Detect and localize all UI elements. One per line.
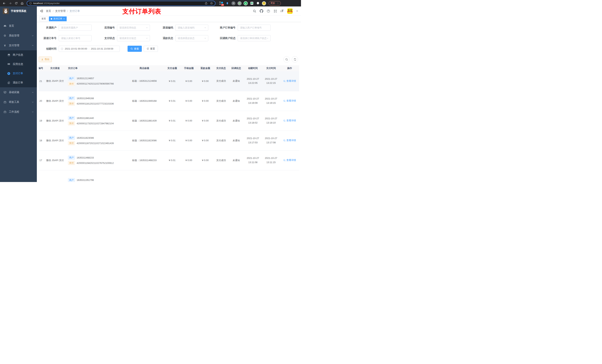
home-icon[interactable] — [20, 1, 24, 6]
info-icon[interactable] — [29, 2, 32, 5]
filter-pay-status-label: 支付状态 — [97, 37, 115, 40]
app-select[interactable]: 请选择应用信息 — [117, 25, 150, 31]
export-button[interactable]: 导出 — [39, 57, 52, 62]
sidebar-item-label: 工作流程 — [9, 110, 19, 114]
share-icon[interactable] — [205, 2, 207, 5]
extension-gem-icon[interactable] — [225, 1, 229, 5]
fee-amount — [181, 170, 197, 182]
reload-icon[interactable] — [14, 1, 19, 6]
tab-pay-order[interactable]: 支付订单× — [49, 16, 67, 21]
close-icon[interactable]: × — [63, 17, 65, 20]
breadcrumb-home[interactable]: 首页 — [46, 10, 51, 13]
filter-callback-status: 回调商户状态 请选择订单回调商户状态 — [214, 35, 271, 41]
chevron-down-icon — [32, 91, 34, 94]
caret-down-icon[interactable] — [296, 10, 298, 12]
pay-tag: 支付 — [68, 102, 75, 106]
create-time-range-picker[interactable]: 2021-10-01 00:00:00 - 2021-10-31 23:59:5… — [59, 46, 120, 52]
fold-icon[interactable] — [40, 9, 43, 13]
view-detail-link[interactable]: 查看详情 — [283, 79, 296, 83]
filter-channel-order-no-label: 渠道订单号 — [39, 37, 56, 40]
star-icon[interactable] — [210, 2, 213, 5]
create-time: 2021-10-2713:22:05 — [244, 71, 262, 91]
pay-status-select[interactable]: 请选择支付状态 — [117, 35, 150, 41]
refresh-button[interactable] — [292, 56, 298, 62]
dashboard-icon — [3, 24, 7, 27]
sidebar-item-refund-order[interactable]: 退款订单 — [0, 78, 37, 87]
tab-home[interactable]: 首页 — [40, 16, 48, 21]
extensions-puzzle-icon[interactable] — [256, 1, 260, 5]
pay-channel: 微信 JSAPI 支付 — [44, 150, 66, 170]
font-size-icon[interactable]: TT — [280, 10, 284, 13]
callback-status: 未通知 — [229, 111, 244, 131]
merchant-order-no-input[interactable] — [238, 25, 271, 31]
merchant-input[interactable] — [59, 25, 92, 31]
active-dot — [51, 18, 52, 20]
tags-view: 首页 支付订单× — [37, 16, 301, 22]
fee-amount: ¥ 0.00 — [181, 71, 197, 91]
sidebar-item-system[interactable]: ⚙ 系统管理 — [0, 31, 37, 41]
sidebar-item-payment[interactable]: ¥ 支付管理 — [0, 41, 37, 50]
refund-status-select[interactable]: 请选择退款状态 — [175, 35, 208, 41]
view-detail-link[interactable]: 查看详情 — [283, 139, 296, 142]
back-icon[interactable] — [2, 1, 7, 6]
refund-amount: ¥ 0.00 — [197, 71, 214, 91]
extension-dot-icon[interactable] — [237, 1, 242, 5]
sidebar-item-home[interactable]: 首页 — [0, 21, 37, 31]
extension-icon-badge[interactable]: 10 — [219, 1, 223, 5]
extension-command-icon[interactable]: ⌘ — [231, 1, 236, 5]
search-icon[interactable] — [253, 10, 256, 13]
merchant-tag: 商户 — [68, 116, 75, 120]
pay-order-cell: 商户1635311881440支付42000011732021102728479… — [66, 111, 125, 131]
avatar[interactable] — [287, 8, 293, 14]
pay-status — [214, 170, 229, 182]
pay-amount: ¥ 0.01 — [164, 131, 181, 150]
sidebar-item-label: 商户信息 — [13, 53, 23, 57]
toggle-search-button[interactable] — [283, 56, 290, 62]
breadcrumb-current: 支付订单 — [70, 10, 80, 13]
sidebar: 芋道管理系统 首页 ⚙ 系统管理 ¥ 支付管理 商户信息 应用信息 — [0, 7, 37, 182]
view-detail-link[interactable]: 查看详情 — [283, 99, 296, 103]
sidebar-item-infrastructure[interactable]: 基础设施 — [0, 87, 37, 97]
filter-app: 应用编号 请选择应用信息 — [97, 25, 150, 31]
chevron-down-icon — [204, 27, 206, 29]
order-number: 4200001173202110272847982104 — [77, 122, 114, 125]
product-title: 标题：1635311468233 — [125, 150, 164, 170]
fullscreen-icon[interactable] — [274, 10, 277, 13]
channel-code-select[interactable]: 请输入渠道编码 — [175, 25, 208, 31]
address-bar[interactable]: localhost:1024/pay/order — [27, 1, 215, 6]
table-header-row: 编号 支付渠道 支付订单 商品标题 支付金额 手续金额 退款金额 支付状态 回调… — [39, 65, 299, 71]
sidebar-item-dev-tools[interactable]: 研发工具 — [0, 97, 37, 107]
view-detail-link[interactable]: 查看详情 — [283, 158, 296, 162]
filter-channel-code: 渠道编码 请输入渠道编码 — [155, 25, 208, 31]
browser-update-button[interactable]: 更新 ⋮ — [269, 1, 281, 6]
filter-merchant-label: 所属商户 — [39, 26, 56, 29]
sidebar-item-app-info[interactable]: 应用信息 — [0, 60, 37, 69]
callback-status — [229, 170, 244, 182]
forward-icon[interactable] — [8, 1, 13, 6]
more-menu-icon[interactable]: ⋮ — [277, 2, 279, 4]
reset-button[interactable]: 重置 — [144, 46, 158, 52]
order-id: 20 — [39, 100, 42, 102]
sidebar-item-pay-order[interactable]: ¥ 支付订单 — [0, 69, 37, 78]
chevron-down-icon — [146, 37, 148, 39]
sidebar-logo[interactable]: 芋道管理系统 — [0, 7, 37, 16]
sidebar-item-label: 基础设施 — [9, 91, 19, 94]
order-number: 1635311881440 — [77, 117, 94, 119]
fee-amount: ¥ 0.00 — [181, 131, 197, 150]
sidebar-item-merchant-info[interactable]: 商户信息 — [0, 50, 37, 60]
pay-order-cell: 商户1635312124657支付42000011742021102780605… — [66, 71, 125, 91]
github-icon[interactable] — [260, 9, 263, 13]
sidebar-item-label: 首页 — [9, 24, 14, 28]
channel-order-no-input[interactable] — [59, 35, 92, 41]
sidebar-item-workflow[interactable]: 工作流程 — [0, 107, 37, 117]
extension-emoji-avatar[interactable] — [262, 1, 266, 5]
merchant-tag: 商户 — [68, 156, 75, 160]
callback-status-select[interactable]: 请选择订单回调商户状态 — [238, 35, 271, 41]
search-button[interactable]: 搜索 — [128, 46, 142, 52]
view-detail-link[interactable]: 查看详情 — [283, 119, 296, 122]
help-icon[interactable] — [267, 10, 270, 13]
extension-y-icon[interactable]: y — [244, 1, 248, 5]
extension-chat-icon[interactable] — [250, 1, 254, 5]
callback-status: 未通知 — [229, 131, 244, 150]
breadcrumb-payment[interactable]: 支付管理 — [55, 10, 65, 13]
